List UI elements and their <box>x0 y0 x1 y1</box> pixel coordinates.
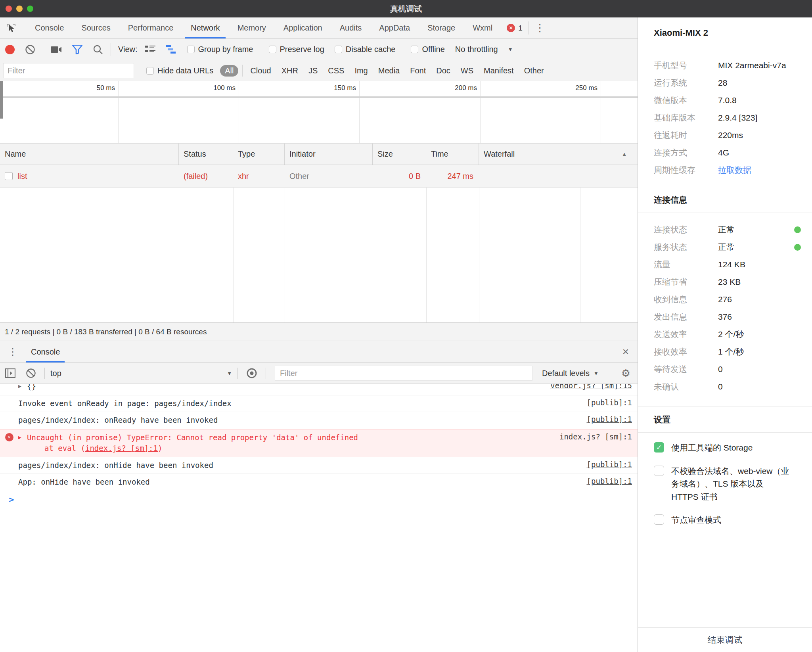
offline-checkbox[interactable]: Offline <box>406 45 450 54</box>
window-title: 真机调试 <box>0 4 812 14</box>
column-header-type[interactable]: Type <box>233 144 285 165</box>
tab-storage[interactable]: Storage <box>419 17 464 38</box>
table-row[interactable]: list (failed) xhr Other 0 B 247 ms <box>0 165 638 188</box>
type-filter-all[interactable]: All <box>220 65 238 77</box>
inspect-cursor-icon <box>6 23 17 34</box>
console-message[interactable]: Invoke event onReady in page: pages/inde… <box>0 395 638 412</box>
console-prompt[interactable]: > <box>0 489 638 652</box>
type-filter-other[interactable]: Other <box>519 66 549 75</box>
group-by-frame-checkbox[interactable]: Group by frame <box>182 45 259 54</box>
console-message[interactable]: pages/index/index: onReady have been inv… <box>0 412 638 429</box>
disable-cache-checkbox[interactable]: Disable cache <box>329 45 401 54</box>
tab-appdata[interactable]: AppData <box>370 17 419 38</box>
info-row: 运行系统28 <box>638 74 812 92</box>
error-text: Uncaught (in promise) TypeError: Cannot … <box>27 432 552 443</box>
stack-source-link[interactable]: index.js? [sm]:1 <box>85 444 158 453</box>
setting-use-tool-storage[interactable]: ✓ 使用工具端的 Storage <box>638 441 812 465</box>
screenshot-button[interactable] <box>46 39 67 60</box>
source-link[interactable]: [publib]:1 <box>587 398 632 407</box>
type-filter-font[interactable]: Font <box>405 66 431 75</box>
info-row: 连接方式4G <box>638 144 812 161</box>
console-message[interactable]: pages/index/index: onHide have been invo… <box>0 457 638 474</box>
network-overview[interactable]: 50 ms 100 ms 150 ms 200 ms 250 ms <box>0 81 638 144</box>
clear-button[interactable] <box>20 39 40 60</box>
error-badge-icon[interactable]: ✕ <box>507 24 515 32</box>
request-name[interactable]: list <box>17 172 27 181</box>
console-error-message[interactable]: ✕ ▶ Uncaught (in promise) TypeError: Can… <box>0 429 638 457</box>
hide-data-urls-checkbox[interactable]: Hide data URLs <box>141 66 218 75</box>
type-filter-js[interactable]: JS <box>303 66 323 75</box>
tab-network[interactable]: Network <box>182 17 228 38</box>
type-filter-doc[interactable]: Doc <box>431 66 456 75</box>
tab-performance[interactable]: Performance <box>119 17 182 38</box>
type-filter-media[interactable]: Media <box>373 66 405 75</box>
close-icon[interactable]: × <box>614 341 638 362</box>
end-debug-button[interactable]: 结束调试 <box>638 627 812 652</box>
devtools-tabbar: Console Sources Performance Network Memo… <box>0 17 638 39</box>
record-button[interactable] <box>0 39 20 60</box>
type-filter-img[interactable]: Img <box>349 66 373 75</box>
type-filter-cloud[interactable]: Cloud <box>245 66 276 75</box>
network-filter-input[interactable] <box>3 63 134 78</box>
setting-node-inspect-mode[interactable]: 节点审查模式 <box>638 514 812 537</box>
conn-row: 接收效率1 个/秒 <box>638 343 812 361</box>
checkbox-checked-icon: ✓ <box>654 442 664 453</box>
list-view-icon <box>145 45 155 54</box>
column-header-waterfall[interactable]: Waterfall ▲ <box>479 144 638 165</box>
column-header-time[interactable]: Time <box>426 144 479 165</box>
type-filter-manifest[interactable]: Manifest <box>479 66 519 75</box>
overview-drag-handle[interactable] <box>0 81 3 119</box>
preserve-log-checkbox[interactable]: Preserve log <box>264 45 329 54</box>
chevron-down-icon: ▼ <box>508 46 513 52</box>
tab-audits[interactable]: Audits <box>331 17 371 38</box>
execution-context-select[interactable]: top ▼ <box>48 369 234 378</box>
search-button[interactable] <box>88 39 108 60</box>
column-header-size[interactable]: Size <box>373 144 426 165</box>
source-link[interactable]: [publib]:1 <box>587 460 632 469</box>
column-header-status[interactable]: Status <box>179 144 233 165</box>
live-expression-button[interactable] <box>241 363 262 384</box>
expand-icon[interactable]: ▶ <box>18 384 27 389</box>
checkbox-icon <box>146 67 154 75</box>
console-message[interactable]: ▶ {} vendor.js? [sm]:15 <box>0 384 638 395</box>
camera-icon <box>51 46 62 54</box>
drawer-menu-icon[interactable]: ⋮ <box>0 341 25 362</box>
error-count: 1 <box>518 24 523 33</box>
throttling-select[interactable]: No throttling ▼ <box>450 45 518 54</box>
filter-button[interactable] <box>67 39 88 60</box>
console-filter-input[interactable] <box>275 366 532 381</box>
source-link[interactable]: index.js? [sm]:1 <box>559 432 632 441</box>
column-header-name[interactable]: Name <box>0 144 179 165</box>
more-options-icon[interactable]: ⋮ <box>529 17 552 38</box>
type-filter-ws[interactable]: WS <box>456 66 479 75</box>
checkbox-icon <box>411 46 418 53</box>
console-drawer-tab[interactable]: Console <box>25 341 66 362</box>
devtools-window: 真机调试 Console Sources Performance Network… <box>0 0 812 652</box>
console-clear-button[interactable] <box>21 363 41 384</box>
expand-icon[interactable]: ▶ <box>18 432 27 440</box>
column-header-initiator[interactable]: Initiator <box>285 144 373 165</box>
source-link[interactable]: [publib]:1 <box>587 415 632 424</box>
source-link[interactable]: vendor.js? [sm]:15 <box>550 384 632 390</box>
type-filter-xhr[interactable]: XHR <box>276 66 303 75</box>
large-rows-toggle[interactable] <box>140 39 161 60</box>
network-table-header: Name Status Type Initiator Size Time Wat… <box>0 144 638 165</box>
tab-sources[interactable]: Sources <box>73 17 119 38</box>
inspect-button[interactable] <box>0 21 22 35</box>
tab-application[interactable]: Application <box>275 17 331 38</box>
request-checkbox[interactable] <box>5 172 13 180</box>
tab-console[interactable]: Console <box>26 17 73 38</box>
tab-wxml[interactable]: Wxml <box>464 17 501 38</box>
console-sidebar-toggle[interactable] <box>0 363 21 384</box>
overview-toggle[interactable] <box>161 39 182 60</box>
console-message[interactable]: App: onHide have been invoked [publib]:1 <box>0 474 638 489</box>
gear-icon[interactable]: ⚙ <box>614 367 638 380</box>
ruler-tick: 150 ms <box>293 84 356 92</box>
type-filter-css[interactable]: CSS <box>323 66 349 75</box>
group-by-frame-label: Group by frame <box>198 45 253 54</box>
source-link[interactable]: [publib]:1 <box>587 477 632 485</box>
tab-memory[interactable]: Memory <box>229 17 275 38</box>
pull-data-link[interactable]: 拉取数据 <box>718 165 751 176</box>
setting-skip-domain-check[interactable]: 不校验合法域名、web-view（业务域名）、TLS 版本以及 HTTPS 证书 <box>638 465 812 514</box>
log-levels-select[interactable]: Default levels ▼ <box>538 369 603 378</box>
